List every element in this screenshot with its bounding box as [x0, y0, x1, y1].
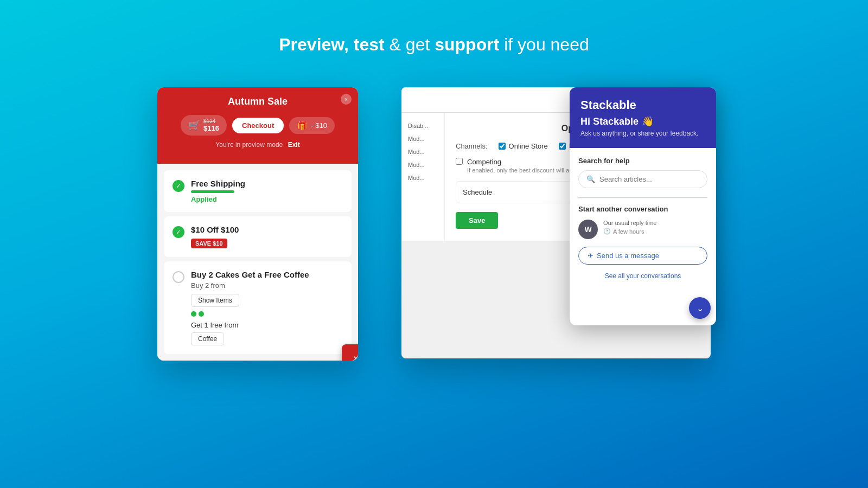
clock-icon: 🕐 — [603, 228, 611, 235]
divider — [578, 197, 707, 197]
reply-value: 🕐 A few hours — [603, 228, 656, 235]
sidebar-item-5[interactable]: Mod... — [401, 171, 444, 184]
red-x-icon: × — [353, 352, 358, 361]
channels-label: Channels: — [456, 142, 488, 150]
agent-row: W Our usual reply time 🕐 A few hours — [578, 220, 707, 239]
cart-icon: 🛒 — [188, 119, 200, 131]
show-items-button[interactable]: Show Items — [191, 294, 239, 307]
agent-avatar: W — [578, 220, 598, 239]
heading-end: if you need — [504, 35, 589, 54]
stackable-header: Stackable Hi Stackable 👋 Ask us anything… — [570, 87, 716, 148]
green-dots — [191, 311, 343, 317]
stackable-panel: Stackable Hi Stackable 👋 Ask us anything… — [570, 87, 716, 325]
new-price: $116 — [203, 124, 219, 132]
discount-value: - $10 — [311, 121, 327, 130]
competing-info: Competing If enabled, only the best disc… — [467, 158, 582, 174]
deal-info-ten-off: $10 Off $100 SAVE $10 — [191, 225, 343, 248]
heading-bold1: Preview, test — [279, 35, 384, 54]
search-input-wrap: 🔍 — [578, 170, 707, 188]
deal-save-badge: SAVE $10 — [191, 239, 227, 248]
autumn-sale-panel: × Autumn Sale 🛒 $124 $116 Checkout 🎁 - $… — [157, 87, 358, 361]
deal-sub-buy2cakes: Buy 2 from — [191, 281, 343, 290]
send-label: Send us a message — [597, 252, 659, 260]
down-arrow-icon: ⌄ — [697, 303, 704, 313]
pos-input[interactable] — [559, 143, 566, 150]
coffee-tag: Coffee — [191, 332, 224, 345]
search-icon: 🔍 — [586, 175, 595, 183]
save-button[interactable]: Save — [456, 212, 498, 229]
page-header: Preview, test & get support if you need … — [279, 33, 589, 55]
deal-title-buy2cakes: Buy 2 Cakes Get a Free Coffee — [191, 270, 343, 279]
old-price: $124 — [203, 118, 215, 124]
deal-ten-off: ✓ $10 Off $100 SAVE $10 — [164, 216, 352, 257]
sidebar-item-1[interactable]: Disab... — [401, 119, 444, 132]
sidebar-item-4[interactable]: Mod... — [401, 158, 444, 171]
stackable-subtitle: Ask us anything, or share your feedback. — [580, 130, 705, 137]
deal-title-ten-off: $10 Off $100 — [191, 225, 343, 234]
close-button[interactable]: × — [341, 94, 352, 105]
deal-info-buy2cakes: Buy 2 Cakes Get a Free Coffee Buy 2 from… — [191, 270, 343, 345]
reply-time-label: Our usual reply time — [603, 220, 656, 226]
send-message-button[interactable]: ✈ Send us a message — [578, 247, 707, 265]
deal-applied-label: Applied — [191, 195, 343, 203]
exit-link[interactable]: Exit — [288, 141, 300, 149]
competing-label: Competing — [467, 158, 582, 166]
discount-icon: 🎁 — [297, 120, 308, 131]
deal-check-free-shipping: ✓ — [173, 180, 184, 192]
cart-badge: 🛒 $124 $116 — [181, 115, 227, 136]
heading-bold2: support — [435, 35, 499, 54]
greeting-text: Hi Stackable — [580, 116, 639, 127]
deal-circle-buy2cakes — [173, 271, 184, 283]
online-store-input[interactable] — [499, 143, 506, 150]
stackable-greeting: Hi Stackable 👋 — [580, 115, 705, 127]
checkout-button[interactable]: Checkout — [232, 118, 284, 133]
red-close-button[interactable]: × — [342, 344, 358, 361]
deal-progress-bar — [191, 190, 234, 193]
search-input[interactable] — [599, 175, 699, 183]
chat-down-button[interactable]: ⌄ — [689, 297, 711, 319]
see-conversations-link[interactable]: See all your conversations — [578, 272, 707, 280]
sidebar-item-3[interactable]: Mod... — [401, 145, 444, 158]
competing-checkbox[interactable] — [456, 158, 463, 165]
discount-badge: 🎁 - $10 — [289, 117, 335, 134]
autumn-sale-title: Autumn Sale — [168, 96, 347, 107]
deal-check-ten-off: ✓ — [173, 226, 184, 238]
autumn-sale-toolbar: 🛒 $124 $116 Checkout 🎁 - $10 — [168, 115, 347, 136]
agent-info: Our usual reply time 🕐 A few hours — [603, 220, 656, 235]
competing-desc: If enabled, only the best discount will … — [467, 167, 582, 174]
preview-mode-bar: You're in preview mode Exit — [168, 141, 347, 153]
send-icon: ✈ — [588, 252, 593, 260]
start-convo-label: Start another conversation — [578, 205, 707, 213]
admin-sidebar: Disab... Mod... Mod... Mod... Mod... — [401, 113, 445, 241]
deal-title-free-shipping: Free Shipping — [191, 179, 343, 188]
autumn-sale-content: ✓ Free Shipping Applied ✓ $10 Off $100 S… — [157, 164, 358, 361]
green-dot-1 — [191, 311, 196, 317]
green-dot-2 — [199, 311, 204, 317]
stackable-body: Search for help 🔍 Start another conversa… — [570, 148, 716, 293]
online-store-checkbox[interactable]: Online Store — [499, 142, 548, 150]
right-panel: Run Setup Gui... Disab... Mod... Mod... … — [401, 87, 711, 358]
main-content: × Autumn Sale 🛒 $124 $116 Checkout 🎁 - $… — [157, 87, 711, 361]
get-free-label: Get 1 free from — [191, 321, 343, 329]
stackable-brand: Stackable — [580, 98, 705, 112]
deal-buy2cakes: Buy 2 Cakes Get a Free Coffee Buy 2 from… — [164, 261, 352, 354]
deal-free-shipping: ✓ Free Shipping Applied — [164, 170, 352, 212]
cart-prices: $124 $116 — [203, 118, 219, 132]
wave-icon: 👋 — [642, 115, 654, 127]
deal-info-free-shipping: Free Shipping Applied — [191, 179, 343, 203]
preview-text: You're in preview mode — [215, 141, 283, 149]
autumn-sale-header: × Autumn Sale 🛒 $124 $116 Checkout 🎁 - $… — [157, 87, 358, 164]
search-help-label: Search for help — [578, 157, 707, 165]
reply-value-text: A few hours — [613, 228, 644, 235]
heading-middle: & get — [390, 35, 435, 54]
sidebar-item-2[interactable]: Mod... — [401, 132, 444, 145]
